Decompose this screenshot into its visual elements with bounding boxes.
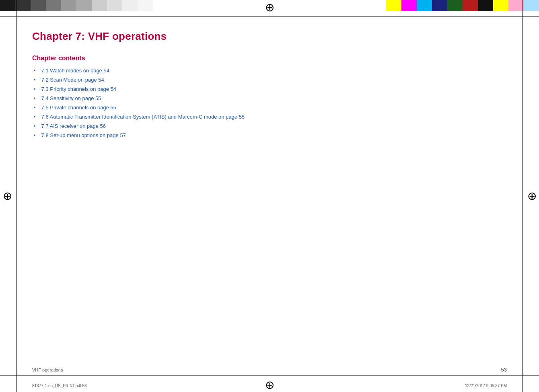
color-swatch <box>46 0 61 11</box>
contents-heading: Chapter contents <box>32 55 507 62</box>
reg-mark-right: ⊕ <box>525 189 539 203</box>
toc-item-74[interactable]: 7.4 Sensitivity on page 55 <box>32 95 507 101</box>
toc-item-75[interactable]: 7.5 Private channels on page 55 <box>32 105 507 111</box>
border-bottom <box>0 376 539 376</box>
border-top <box>0 16 539 16</box>
color-swatch <box>432 0 447 11</box>
toc-link-72[interactable]: 7.2 Scan Mode on page 54 <box>41 77 104 83</box>
toc-link-75[interactable]: 7.5 Private channels on page 55 <box>41 105 116 111</box>
reg-mark-left: ⊕ <box>0 189 14 203</box>
toc-item-71[interactable]: 7.1 Watch modes on page 54 <box>32 68 507 74</box>
color-swatch <box>463 0 478 11</box>
color-swatch <box>447 0 463 11</box>
color-swatch <box>386 0 401 11</box>
toc-link-71[interactable]: 7.1 Watch modes on page 54 <box>41 68 109 74</box>
color-swatch <box>138 0 153 11</box>
toc-item-78[interactable]: 7.8 Set-up menu options on page 57 <box>32 132 507 138</box>
color-bar-left <box>0 0 153 11</box>
footer: VHF operations 53 <box>32 367 507 373</box>
color-bar-right <box>386 0 539 11</box>
toc-link-74[interactable]: 7.4 Sensitivity on page 55 <box>41 95 101 101</box>
color-swatch <box>31 0 46 11</box>
border-right <box>523 0 523 392</box>
print-info: 81377-1-en_US_PRINT.pdf 53 12/21/2017 9:… <box>32 384 507 388</box>
color-swatch <box>15 0 31 11</box>
chapter-title: Chapter 7: VHF operations <box>32 30 507 43</box>
color-swatch <box>478 0 493 11</box>
color-swatch <box>61 0 76 11</box>
print-info-right: 12/21/2017 9:05:37 PM <box>465 384 507 388</box>
toc-item-72[interactable]: 7.2 Scan Mode on page 54 <box>32 77 507 83</box>
toc-link-77[interactable]: 7.7 AIS receiver on page 56 <box>41 123 106 129</box>
toc-item-76[interactable]: 7.6 Automatic Transmitter Identification… <box>32 114 507 120</box>
color-swatch <box>76 0 92 11</box>
toc-link-73[interactable]: 7.3 Priority channels on page 54 <box>41 86 116 92</box>
toc-item-73[interactable]: 7.3 Priority channels on page 54 <box>32 86 507 92</box>
color-swatch <box>508 0 524 11</box>
border-left <box>16 0 16 392</box>
footer-section: VHF operations <box>32 367 63 372</box>
reg-mark-top: ⊕ <box>262 0 277 14</box>
page-content: Chapter 7: VHF operations Chapter conten… <box>32 22 507 370</box>
color-swatch <box>0 0 15 11</box>
color-swatch <box>401 0 417 11</box>
toc-link-76[interactable]: 7.6 Automatic Transmitter Identification… <box>41 114 245 120</box>
color-swatch <box>107 0 122 11</box>
toc-link-78[interactable]: 7.8 Set-up menu options on page 57 <box>41 132 126 138</box>
print-info-left: 81377-1-en_US_PRINT.pdf 53 <box>32 384 87 388</box>
color-swatch <box>92 0 107 11</box>
color-swatch <box>417 0 432 11</box>
color-swatch <box>524 0 539 11</box>
color-swatch <box>493 0 508 11</box>
toc-list: 7.1 Watch modes on page 54 7.2 Scan Mode… <box>32 68 507 138</box>
color-swatch <box>122 0 138 11</box>
toc-item-77[interactable]: 7.7 AIS receiver on page 56 <box>32 123 507 129</box>
footer-page-number: 53 <box>501 367 507 373</box>
